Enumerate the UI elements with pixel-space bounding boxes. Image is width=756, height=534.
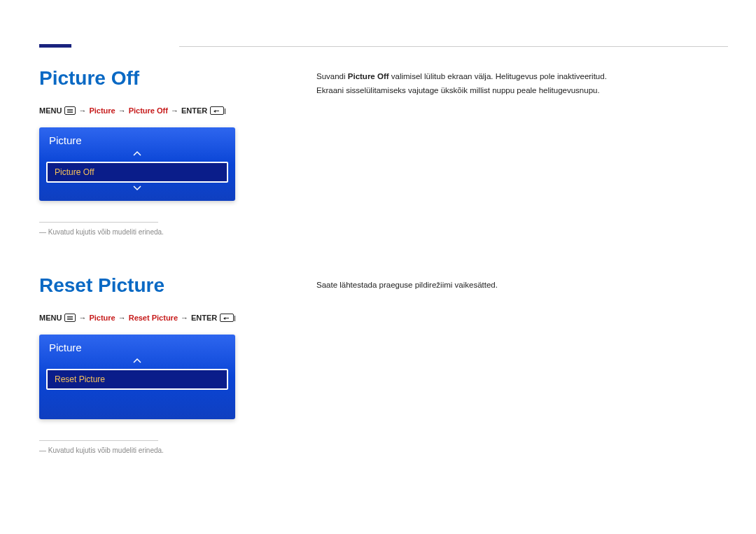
desc-reset-picture: Saate lähtestada praeguse pildirežiimi v… [316,279,721,293]
chevron-down-icon[interactable] [39,184,235,197]
chevron-up-icon[interactable] [39,149,235,162]
desc-bold: Picture Off [348,72,389,80]
page-header-rules [39,34,728,34]
desc-line-2: Ekraani sisselülitamiseks vajutage ükskõ… [316,84,721,98]
arrow-icon: → [181,314,188,322]
desc-text: Suvandi [316,72,348,80]
section-title-picture-off: Picture Off [39,67,277,90]
menu-label: MENU [39,106,62,115]
path-reset-picture: Reset Picture [129,314,178,322]
section-title-reset-picture: Reset Picture [39,274,277,297]
menu-label: MENU [39,314,62,322]
footnote-reset-picture: ― Kuvatud kujutis võib mudeliti erineda. [39,447,277,454]
osd-spacer [39,391,235,415]
osd-panel-reset-picture: Picture Reset Picture [39,335,235,419]
menu-path-picture-off: MENU → Picture → Picture Off → ENTER [39,106,277,115]
section-picture-off-desc: Suvandi Picture Off valimisel lülitub ek… [316,70,721,97]
path-picture: Picture [89,314,115,322]
header-divider [179,46,728,47]
section-reset-picture-left: Reset Picture MENU → Picture → Reset Pic… [39,274,277,454]
section-reset-picture-desc: Saate lähtestada praeguse pildirežiimi v… [316,279,721,293]
footnote-picture-off: ― Kuvatud kujutis võib mudeliti erineda. [39,228,277,236]
arrow-icon: → [78,106,86,115]
footnote-dash-icon: ― [39,447,46,454]
footnote-divider [39,440,158,441]
section-picture-off-left: Picture Off MENU → Picture → Picture Off… [39,67,277,236]
menu-icon [64,106,76,115]
osd-item-picture-off[interactable]: Picture Off [46,162,228,183]
path-picture: Picture [89,106,115,115]
footnote-divider [39,222,158,223]
arrow-icon: → [171,106,178,115]
osd-item-reset-picture[interactable]: Reset Picture [46,369,228,390]
osd-header: Picture [39,335,235,356]
arrow-icon: → [78,314,86,322]
enter-label: ENTER [191,314,217,322]
osd-header: Picture [39,127,235,149]
footnote-text: Kuvatud kujutis võib mudeliti erineda. [48,447,164,454]
enter-icon [220,314,234,322]
path-picture-off: Picture Off [129,106,168,115]
enter-label: ENTER [181,106,207,115]
arrow-icon: → [118,106,126,115]
osd-panel-picture-off: Picture Picture Off [39,127,235,201]
arrow-icon: → [118,314,126,322]
menu-icon [64,314,76,322]
footnote-dash-icon: ― [39,228,46,236]
chevron-up-icon[interactable] [39,356,235,369]
footnote-text: Kuvatud kujutis võib mudeliti erineda. [48,228,164,236]
desc-line-1: Suvandi Picture Off valimisel lülitub ek… [316,70,721,84]
header-accent-bar [39,44,71,48]
menu-path-reset-picture: MENU → Picture → Reset Picture → ENTER [39,314,277,322]
desc-text: valimisel lülitub ekraan välja. Helituge… [389,72,607,80]
enter-icon [210,106,224,115]
